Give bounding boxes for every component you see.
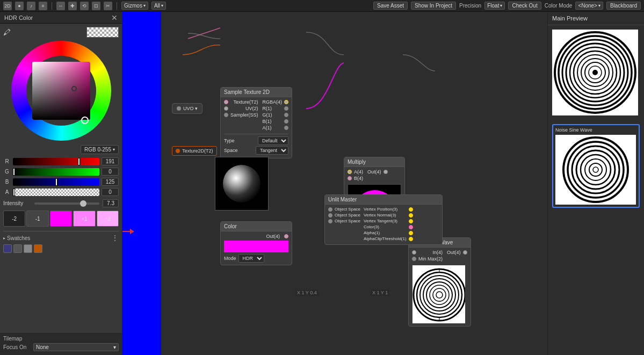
viewport-panel: 2D ● ≡ ▦	[0, 12, 161, 355]
swatch-1[interactable]	[3, 244, 12, 253]
multiply-outputs: Out(4)	[367, 169, 388, 182]
all-dropdown[interactable]: All	[151, 2, 166, 10]
unlit-rp2[interactable]	[409, 213, 413, 218]
hdr-close-button[interactable]: ✕	[111, 13, 118, 22]
gizmos-dropdown[interactable]: Gizmos	[121, 2, 148, 10]
texture-input-port[interactable]	[224, 100, 228, 104]
2d-icon[interactable]: 2D	[3, 2, 12, 10]
checkout-button[interactable]: Check Out	[508, 2, 541, 10]
noise-minmax-port[interactable]	[412, 257, 416, 261]
save-asset-button[interactable]: Save Asset	[373, 2, 408, 10]
picker-cursor	[71, 86, 77, 91]
sampler-input-port[interactable]	[224, 113, 228, 117]
main-layout: 2D ● ≡ ▦	[0, 12, 644, 355]
swatch-4[interactable]	[34, 244, 42, 253]
b-slider[interactable]	[13, 178, 99, 186]
color-preview-box[interactable]	[86, 27, 119, 38]
unlit-rp1[interactable]	[409, 207, 413, 212]
a-slider[interactable]	[13, 189, 99, 196]
sample-texture-io: Texture(T2) UV(2) Sampler(SS)	[224, 99, 288, 132]
main-preview-svg	[552, 30, 638, 115]
unlit-left-ports: Object Space Object Space Object Space	[328, 207, 360, 242]
noise-in-port[interactable]	[412, 250, 416, 255]
mul-out-port[interactable]	[383, 170, 388, 174]
intensity-value[interactable]	[103, 199, 119, 207]
r-slider[interactable]	[13, 158, 99, 165]
color-title: Color	[224, 223, 237, 229]
unlit-p3-label: Object Space	[335, 219, 360, 223]
exp-neg2-button[interactable]: -2	[3, 211, 25, 227]
blackboard-button[interactable]: Blackboard	[606, 2, 641, 10]
exp-pos1-label: +1	[81, 216, 87, 222]
exp-pos1-button[interactable]: +1	[73, 211, 95, 227]
swatch-3[interactable]	[24, 244, 32, 253]
record-icon[interactable]: ●	[15, 2, 24, 10]
unlit-rp3[interactable]	[409, 219, 413, 223]
layers-icon[interactable]: ≡	[39, 2, 47, 10]
color-wheel-container	[3, 41, 119, 141]
exp-neg1-button[interactable]: -1	[26, 211, 48, 227]
rotate-icon[interactable]: ⟲	[80, 2, 89, 10]
focus-dropdown-arrow: ▾	[113, 344, 116, 350]
move-icon[interactable]: ↔	[56, 2, 65, 10]
unlit-rport-1: Vertex Position(3)	[364, 207, 413, 212]
mul-a-port[interactable]	[348, 170, 352, 174]
cut-icon[interactable]: ✂	[104, 2, 112, 10]
scale-icon[interactable]: ⊡	[92, 2, 100, 10]
show-in-project-button[interactable]: Show In Project	[411, 2, 456, 10]
rgb-mode-dropdown[interactable]: RGB 0-255	[81, 145, 119, 154]
r-output-port[interactable]	[284, 106, 288, 111]
b-output-port[interactable]	[284, 119, 288, 124]
node-graph-panel[interactable]: UVO ▾ Sample Texture 2D Texture(T2)	[161, 12, 547, 355]
rgba-output-port[interactable]	[284, 100, 288, 104]
tools-icon[interactable]: ✚	[68, 2, 77, 10]
b-value[interactable]	[102, 178, 119, 186]
space-dropdown[interactable]: Tangent	[256, 146, 288, 155]
intensity-slider[interactable]	[34, 202, 99, 205]
g-output-port[interactable]	[284, 113, 288, 117]
g-value[interactable]	[102, 168, 119, 176]
precision-label: Precision	[459, 3, 481, 9]
texture2d-node: Texture2D(T2)	[172, 146, 217, 156]
none-dropdown[interactable]: <None>	[575, 2, 603, 10]
r-slider-row: R	[3, 157, 119, 165]
r-value[interactable]	[102, 157, 119, 165]
unlit-p1[interactable]	[328, 207, 332, 212]
type-dropdown[interactable]: Default	[258, 136, 288, 145]
a-value[interactable]	[102, 188, 119, 196]
unlit-rp4[interactable]	[409, 225, 413, 229]
unlit-p3[interactable]	[328, 219, 332, 223]
mul-input-a: A(4)	[348, 169, 363, 175]
gizmos-label: Gizmos	[124, 3, 142, 9]
color-mode-dropdown[interactable]: HDR	[238, 254, 264, 263]
unlit-rp5[interactable]	[409, 231, 413, 235]
color-out-port[interactable]	[284, 234, 288, 238]
rgb-mode-label: RGB 0-255	[84, 147, 111, 153]
swatch-2[interactable]	[13, 244, 22, 253]
uv-input-port[interactable]	[224, 106, 228, 111]
color-wheel[interactable]	[11, 41, 111, 141]
g-slider[interactable]	[13, 168, 99, 176]
swatches-toggle[interactable]: Swatches	[3, 235, 30, 241]
hdr-title: HDR Color	[4, 15, 33, 21]
eyedropper-icon[interactable]: 🖍	[3, 28, 11, 37]
mul-b-port[interactable]	[348, 176, 352, 180]
a-output-label: A(1)	[263, 125, 272, 131]
r-slider-thumb	[78, 158, 80, 165]
noise-sine-node: Noise Sine Wave In(4) Min Max(2)	[408, 237, 471, 327]
a-output-port[interactable]	[284, 126, 288, 130]
focus-dropdown[interactable]: None ▾	[33, 343, 119, 351]
noise-out-port[interactable]	[463, 250, 467, 255]
float-dropdown[interactable]: Float	[484, 2, 505, 10]
exp-pos2-button[interactable]: +2	[97, 211, 119, 227]
noise-bottom-img	[555, 135, 636, 205]
swatches-menu-button[interactable]: ⋮	[111, 234, 119, 242]
audio-icon[interactable]: ♪	[27, 2, 35, 10]
swatches-header: Swatches ⋮	[3, 234, 119, 242]
exp-0-button[interactable]	[50, 211, 72, 227]
unlit-right-ports: Vertex Position(3) Vertex Normal(3) Vert…	[364, 207, 413, 242]
saturation-square[interactable]	[32, 62, 90, 120]
unlit-p2[interactable]	[328, 213, 332, 218]
unlit-rp6[interactable]	[409, 237, 413, 241]
hdr-content: 🖍	[0, 24, 122, 333]
